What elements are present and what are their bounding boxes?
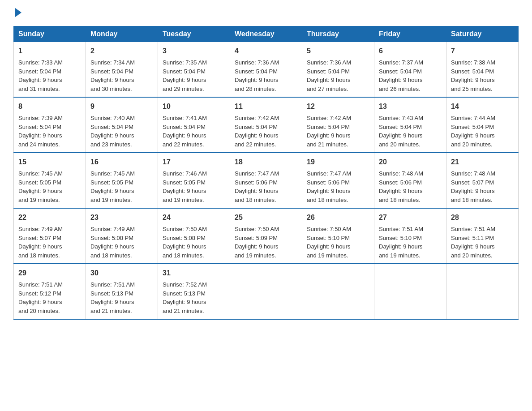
calendar-table: SundayMondayTuesdayWednesdayThursdayFrid… xyxy=(13,26,519,320)
cell-daylight: Daylight: 9 hours xyxy=(90,188,134,194)
cell-daylight2: and 18 minutes. xyxy=(307,197,348,203)
calendar-cell: 18 Sunrise: 7:47 AM Sunset: 5:06 PM Dayl… xyxy=(230,153,302,208)
cell-sunrise: Sunrise: 7:35 AM xyxy=(163,59,207,66)
cell-sunrise: Sunrise: 7:51 AM xyxy=(379,226,423,232)
cell-daylight2: and 18 minutes. xyxy=(379,197,420,203)
cell-daylight2: and 19 minutes. xyxy=(90,197,132,203)
cell-daylight: Daylight: 9 hours xyxy=(90,243,134,250)
calendar-cell: 10 Sunrise: 7:41 AM Sunset: 5:04 PM Dayl… xyxy=(158,97,230,153)
cell-daylight: Daylight: 9 hours xyxy=(163,188,206,194)
cell-daylight2: and 27 minutes. xyxy=(307,86,348,92)
logo-top xyxy=(13,9,21,17)
cell-daylight2: and 18 minutes. xyxy=(90,252,132,259)
day-number: 27 xyxy=(379,212,442,223)
cell-sunrise: Sunrise: 7:52 AM xyxy=(163,281,207,288)
cell-daylight2: and 29 minutes. xyxy=(163,86,204,92)
calendar-week-row: 15 Sunrise: 7:45 AM Sunset: 5:05 PM Dayl… xyxy=(14,153,519,208)
cell-daylight: Daylight: 9 hours xyxy=(307,243,351,250)
column-header-sunday: Sunday xyxy=(14,26,86,42)
cell-daylight2: and 19 minutes. xyxy=(235,252,276,259)
cell-sunset: Sunset: 5:06 PM xyxy=(379,179,422,186)
day-number: 6 xyxy=(379,46,442,56)
cell-daylight: Daylight: 9 hours xyxy=(18,77,62,83)
day-number: 14 xyxy=(451,101,514,112)
cell-sunset: Sunset: 5:13 PM xyxy=(163,290,206,297)
cell-sunrise: Sunrise: 7:33 AM xyxy=(18,59,63,66)
cell-sunset: Sunset: 5:04 PM xyxy=(90,68,133,75)
calendar-header-row: SundayMondayTuesdayWednesdayThursdayFrid… xyxy=(14,26,519,42)
cell-sunrise: Sunrise: 7:48 AM xyxy=(379,170,423,177)
cell-sunrise: Sunrise: 7:38 AM xyxy=(451,59,495,66)
cell-sunset: Sunset: 5:04 PM xyxy=(379,124,422,130)
cell-sunrise: Sunrise: 7:51 AM xyxy=(451,226,495,232)
cell-daylight: Daylight: 9 hours xyxy=(18,243,62,250)
cell-daylight: Daylight: 9 hours xyxy=(18,132,62,139)
cell-daylight: Daylight: 9 hours xyxy=(307,77,351,83)
calendar-cell: 2 Sunrise: 7:34 AM Sunset: 5:04 PM Dayli… xyxy=(86,42,158,98)
cell-daylight: Daylight: 9 hours xyxy=(451,243,495,250)
cell-sunrise: Sunrise: 7:45 AM xyxy=(18,170,63,177)
cell-sunrise: Sunrise: 7:49 AM xyxy=(90,226,135,232)
day-number: 22 xyxy=(18,212,81,223)
cell-sunrise: Sunrise: 7:36 AM xyxy=(307,59,351,66)
calendar-week-row: 29 Sunrise: 7:51 AM Sunset: 5:12 PM Dayl… xyxy=(14,264,519,319)
cell-sunrise: Sunrise: 7:49 AM xyxy=(18,226,63,232)
cell-sunrise: Sunrise: 7:46 AM xyxy=(163,170,207,177)
cell-sunset: Sunset: 5:09 PM xyxy=(235,235,278,241)
cell-sunset: Sunset: 5:05 PM xyxy=(163,179,206,186)
column-header-saturday: Saturday xyxy=(446,26,519,42)
calendar-cell: 17 Sunrise: 7:46 AM Sunset: 5:05 PM Dayl… xyxy=(158,153,230,208)
column-header-monday: Monday xyxy=(86,26,158,42)
calendar-cell: 8 Sunrise: 7:39 AM Sunset: 5:04 PM Dayli… xyxy=(14,97,86,153)
cell-daylight2: and 23 minutes. xyxy=(90,141,132,148)
day-number: 30 xyxy=(90,268,153,278)
cell-daylight: Daylight: 9 hours xyxy=(163,299,206,305)
cell-daylight: Daylight: 9 hours xyxy=(307,188,351,194)
logo-arrow-icon xyxy=(15,8,21,17)
cell-daylight2: and 22 minutes. xyxy=(163,141,204,148)
day-number: 28 xyxy=(451,212,514,223)
cell-daylight2: and 20 minutes. xyxy=(451,252,493,259)
cell-sunrise: Sunrise: 7:50 AM xyxy=(163,226,207,232)
cell-daylight: Daylight: 9 hours xyxy=(451,132,495,139)
calendar-cell: 14 Sunrise: 7:44 AM Sunset: 5:04 PM Dayl… xyxy=(446,97,519,153)
calendar-cell: 20 Sunrise: 7:48 AM Sunset: 5:06 PM Dayl… xyxy=(374,153,446,208)
cell-daylight2: and 24 minutes. xyxy=(18,141,60,148)
cell-daylight: Daylight: 9 hours xyxy=(379,243,423,250)
column-header-wednesday: Wednesday xyxy=(230,26,302,42)
cell-sunset: Sunset: 5:04 PM xyxy=(235,124,278,130)
day-number: 11 xyxy=(235,101,297,112)
day-number: 2 xyxy=(90,46,153,56)
cell-sunset: Sunset: 5:13 PM xyxy=(90,290,133,297)
cell-daylight2: and 22 minutes. xyxy=(235,141,276,148)
calendar-cell xyxy=(374,264,446,319)
cell-sunset: Sunset: 5:04 PM xyxy=(307,124,350,130)
cell-daylight: Daylight: 9 hours xyxy=(379,132,423,139)
day-number: 21 xyxy=(451,157,514,167)
calendar-cell: 27 Sunrise: 7:51 AM Sunset: 5:10 PM Dayl… xyxy=(374,208,446,264)
cell-sunset: Sunset: 5:05 PM xyxy=(18,179,61,186)
calendar-week-row: 1 Sunrise: 7:33 AM Sunset: 5:04 PM Dayli… xyxy=(14,42,519,98)
cell-daylight2: and 18 minutes. xyxy=(18,252,60,259)
cell-daylight2: and 18 minutes. xyxy=(451,197,493,203)
cell-daylight: Daylight: 9 hours xyxy=(451,77,495,83)
cell-sunrise: Sunrise: 7:42 AM xyxy=(307,115,351,121)
calendar-cell xyxy=(446,264,519,319)
calendar-cell: 11 Sunrise: 7:42 AM Sunset: 5:04 PM Dayl… xyxy=(230,97,302,153)
day-number: 1 xyxy=(18,46,81,56)
day-number: 3 xyxy=(163,46,225,56)
cell-sunrise: Sunrise: 7:41 AM xyxy=(163,115,207,121)
day-number: 29 xyxy=(18,268,81,278)
calendar-cell xyxy=(302,264,374,319)
cell-sunset: Sunset: 5:08 PM xyxy=(90,235,133,241)
calendar-cell: 30 Sunrise: 7:51 AM Sunset: 5:13 PM Dayl… xyxy=(86,264,158,319)
cell-daylight: Daylight: 9 hours xyxy=(235,132,279,139)
day-number: 10 xyxy=(163,101,225,112)
calendar-cell: 19 Sunrise: 7:47 AM Sunset: 5:06 PM Dayl… xyxy=(302,153,374,208)
day-number: 15 xyxy=(18,157,81,167)
cell-daylight2: and 20 minutes. xyxy=(18,308,60,314)
cell-daylight2: and 21 minutes. xyxy=(307,141,348,148)
day-number: 12 xyxy=(307,101,369,112)
cell-sunset: Sunset: 5:07 PM xyxy=(18,235,61,241)
day-number: 4 xyxy=(235,46,297,56)
